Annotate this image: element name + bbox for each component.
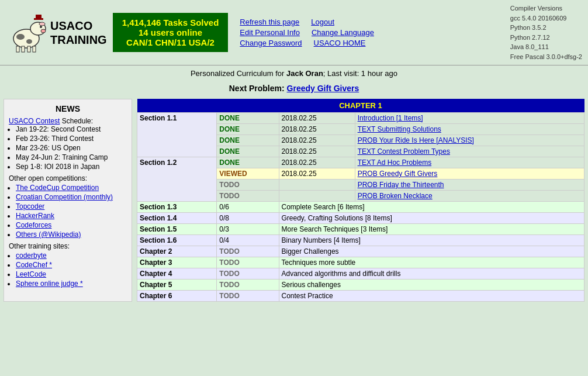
- list-item: LeetCode: [16, 270, 127, 278]
- usaco-contest-link[interactable]: USACO Contest: [9, 117, 60, 125]
- your-ride-link[interactable]: PROB Your Ride Is Here [ANALYSIS]: [358, 136, 474, 144]
- list-item: Croatian Competition (monthly): [16, 193, 127, 201]
- section-label: Section 1.3: [137, 202, 217, 213]
- greedy-gift-link[interactable]: PROB Greedy Gift Givers: [358, 170, 438, 178]
- sphere-link[interactable]: Sphere online judge *: [16, 280, 83, 288]
- refresh-link[interactable]: Refresh this page: [240, 18, 299, 26]
- coderbyte-link[interactable]: coderbyte: [16, 251, 47, 260]
- topcoder-link[interactable]: Topcoder: [16, 202, 44, 211]
- svg-point-2: [39, 22, 45, 26]
- compiler-label: Compiler Versions: [510, 4, 582, 13]
- list-item: Feb 23-26: Third Contest: [16, 134, 127, 143]
- list-item: Others (@Wikipedia): [16, 230, 127, 239]
- table-row: Chapter 4 TODO Advanced algorithms and d…: [137, 268, 584, 280]
- compiler-versions: Compiler Versions gcc 5.4.0 20160609 Pyt…: [510, 4, 582, 61]
- ad-hoc-link[interactable]: TEXT Ad Hoc Problems: [358, 158, 432, 167]
- friday-link[interactable]: PROB Friday the Thirteenth: [358, 181, 444, 189]
- svg-rect-10: [33, 46, 36, 52]
- info-bar: Personalized Curriculum for Jack Oran; L…: [0, 65, 588, 81]
- submitting-link[interactable]: TEXT Submitting Solutions: [358, 125, 441, 133]
- pascal-version: Free Pascal 3.0.0+dfsg-2: [510, 52, 582, 62]
- table-row: Chapter 6 TODO Contest Practice: [137, 291, 584, 302]
- schedule-label: Schedule:: [62, 117, 93, 125]
- list-item: Sphere online judge *: [16, 280, 127, 288]
- table-row: Section 1.5 0/3 More Search Techniques […: [137, 224, 584, 235]
- list-item: coderbyte: [16, 251, 127, 260]
- gcc-version: gcc 5.4.0 20160609: [510, 13, 582, 23]
- nav-links: Refresh this page Logout Edit Personal I…: [240, 18, 374, 47]
- usaco-home-link[interactable]: USACO HOME: [314, 39, 366, 47]
- chapter-label: Chapter 2: [137, 246, 217, 257]
- username: Jack Oran: [286, 69, 323, 78]
- chapter-label: Chapter 6: [137, 291, 217, 302]
- usaco-schedule: USACO Contest Schedule:: [9, 117, 127, 125]
- chapter-label: Chapter 5: [137, 280, 217, 291]
- java-version: Java 8.0_111: [510, 42, 582, 52]
- logo-area: USACO TRAINING: [6, 12, 107, 53]
- status-done: DONE: [217, 135, 279, 146]
- sidebar-heading: NEWS: [9, 104, 127, 113]
- schedule-list: Jan 19-22: Second Contest Feb 23-26: Thi…: [16, 125, 127, 171]
- contest-problem-types-link[interactable]: TEXT Contest Problem Types: [358, 147, 450, 156]
- section-label: Section 1.6: [137, 235, 217, 246]
- users-online: 14 users online: [122, 27, 219, 37]
- edit-personal-link[interactable]: Edit Personal Info: [240, 28, 300, 37]
- croatian-link[interactable]: Croatian Competition (monthly): [16, 193, 113, 201]
- next-problem-link[interactable]: Greedy Gift Givers: [287, 84, 359, 93]
- table-row: Section 1.2 DONE 2018.02.25 TEXT Ad Hoc …: [137, 157, 584, 168]
- section-label: Section 1.4: [137, 213, 217, 224]
- list-item: The CodeCup Competition: [16, 184, 127, 192]
- section-label: Section 1.5: [137, 224, 217, 235]
- hackerrank-link[interactable]: HackerRank: [16, 212, 54, 220]
- list-item: Sep 1-8: IOI 2018 in Japan: [16, 163, 127, 171]
- sidebar: NEWS USACO Contest Schedule: Jan 19-22: …: [4, 99, 132, 302]
- broken-necklace-link[interactable]: PROB Broken Necklace: [358, 192, 433, 200]
- status-done: DONE: [217, 124, 279, 135]
- table-row: Section 1.4 0/8 Greedy, Crafting Solutio…: [137, 213, 584, 224]
- logout-link[interactable]: Logout: [311, 18, 334, 26]
- svg-rect-8: [22, 46, 25, 52]
- status-viewed: VIEWED: [217, 168, 279, 180]
- codecup-link[interactable]: The CodeCup Competition: [16, 184, 99, 192]
- codechef-link[interactable]: CodeChef *: [16, 261, 52, 269]
- svg-point-6: [26, 39, 32, 44]
- list-item: CodeChef *: [16, 261, 127, 269]
- chapter1-header: CHAPTER 1: [137, 99, 584, 113]
- codeforces-link[interactable]: Codeforces: [16, 221, 51, 229]
- link-cell: Introduction [1 Items]: [355, 113, 584, 124]
- main-layout: NEWS USACO Contest Schedule: Jan 19-22: …: [0, 95, 588, 305]
- status-done: DONE: [217, 146, 279, 157]
- nav-row-3: Change Password USACO HOME: [240, 39, 374, 47]
- next-problem-bar: Next Problem: Greedy Gift Givers: [0, 81, 588, 95]
- others-link[interactable]: Others (@Wikipedia): [16, 230, 81, 239]
- change-language-link[interactable]: Change Language: [312, 28, 374, 37]
- intro-link[interactable]: Introduction [1 Items]: [358, 114, 423, 122]
- svg-point-4: [41, 29, 46, 33]
- python35-version: Python 3.5.2: [510, 23, 582, 33]
- svg-rect-7: [16, 46, 19, 52]
- chapter-label: Chapter 4: [137, 268, 217, 280]
- section-label: Section 1.2: [137, 157, 217, 202]
- python27-version: Python 2.7.12: [510, 33, 582, 43]
- change-password-link[interactable]: Change Password: [240, 39, 302, 47]
- usaco-logo: [6, 12, 47, 53]
- table-row: Section 1.3 0/6 Complete Search [6 Items…: [137, 202, 584, 213]
- chapter-table: CHAPTER 1 Section 1.1 DONE 2018.02.25 In…: [137, 99, 584, 302]
- tasks-solved: 1,414,146 Tasks Solved: [122, 18, 219, 27]
- table-row: Chapter 5 TODO Serious challenges: [137, 280, 584, 291]
- training-sites-label: Other training sites:: [9, 242, 127, 250]
- svg-point-5: [16, 34, 25, 40]
- info-prefix: Personalized Curriculum for: [191, 69, 286, 78]
- leetcode-link[interactable]: LeetCode: [16, 270, 46, 278]
- table-row: Chapter 3 TODO Techniques more subtle: [137, 257, 584, 268]
- list-item: Jan 19-22: Second Contest: [16, 125, 127, 133]
- status-todo: TODO: [217, 180, 279, 191]
- stats-box: 1,414,146 Tasks Solved 14 users online C…: [113, 13, 229, 52]
- svg-rect-12: [36, 15, 41, 19]
- list-item: Codeforces: [16, 221, 127, 229]
- other-competitions-label: Other open competitions:: [9, 174, 127, 182]
- header: USACO TRAINING 1,414,146 Tasks Solved 14…: [0, 0, 588, 65]
- status-done: DONE: [217, 157, 279, 168]
- section-label: Section 1.1: [137, 113, 217, 157]
- table-row: Chapter 2 TODO Bigger Challenges: [137, 246, 584, 257]
